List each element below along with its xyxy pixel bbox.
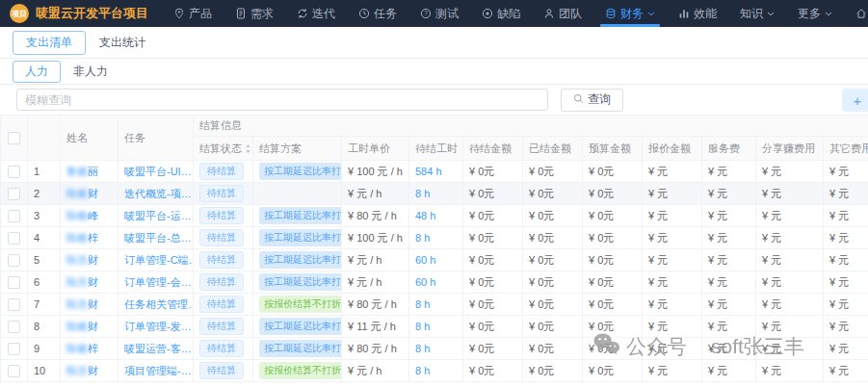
task-link[interactable]: 唛盟平台-UI… [124, 166, 192, 177]
table-row[interactable]: 7 陈浩财 任务相关管理… 待结算 按报价结算不打折 ¥ 80 元 / h 8 … [1, 294, 868, 316]
hours-link[interactable]: 8 h [415, 321, 430, 332]
status-badge: 待结算 [199, 185, 244, 202]
task-link[interactable]: 迭代概览-项… [124, 188, 192, 199]
nav-item-iteration[interactable]: 迭代 [285, 0, 347, 27]
hours-link[interactable]: 8 h [415, 232, 430, 244]
chevron-down-icon [647, 12, 655, 16]
table-row[interactable]: 1 鲁晓丽 唛盟平台-UI… 待结算 按工期延迟比率打折 ¥ 100 元 / h… [1, 161, 868, 183]
table-row[interactable]: 4 陈晓梓 唛盟平台-总… 待结算 按工期延迟比率打折 ¥ 100 元 / h … [1, 227, 868, 249]
task-link[interactable]: 订单管理-会… [124, 276, 192, 288]
table-row[interactable]: 6 陈浩财 订单管理-会… 待结算 按工期延迟比率打折 ¥ 元 / h 60 h… [1, 271, 868, 294]
project-title: 唛盟云开发平台项目 [36, 5, 148, 22]
service-fee-cell: ¥ 元 [702, 294, 756, 316]
row-checkbox[interactable] [8, 210, 20, 222]
nav-item-knowledge[interactable]: 知识 [728, 0, 786, 27]
service-fee-cell: ¥ 元 [702, 316, 756, 338]
nav-item-requirements[interactable]: 需求 [224, 0, 285, 27]
other-fee-cell: ¥ 元 [824, 294, 868, 316]
hours-link[interactable]: 8 h [415, 188, 430, 199]
nav-item-performance[interactable]: 效能 [667, 0, 728, 27]
hours-link[interactable]: 48 h [415, 210, 435, 221]
name-link[interactable]: 陈浩财 [66, 365, 98, 376]
settlement-info-group-header: 结算信息 [194, 116, 868, 137]
task-cell: 唛盟平台-总… [118, 227, 194, 249]
document-icon [235, 8, 247, 19]
nav-item-team[interactable]: 团队 [532, 0, 593, 27]
nav-item-defect[interactable]: 缺陷 [470, 0, 532, 27]
hours-cell: 8 h [409, 316, 463, 338]
hours-link[interactable]: 8 h [415, 365, 430, 376]
tab-expense-list[interactable]: 支出清单 [13, 31, 86, 55]
add-button[interactable]: + [842, 89, 868, 112]
nav-item-finance[interactable]: 财务 [593, 0, 667, 27]
task-link[interactable]: 唛盟平台-运… [124, 210, 192, 221]
name-link[interactable]: 鲁晓丽 [66, 166, 98, 177]
table-row[interactable]: 5 陈浩财 订单管理-C端… 待结算 按工期延迟比率打折 ¥ 元 / h 60 … [1, 249, 868, 271]
chevron-down-icon [825, 12, 832, 16]
price-cell: ¥ 11 元 / h [342, 316, 409, 338]
name-link[interactable]: 陈晓财 [66, 188, 98, 199]
table-row[interactable]: 3 陈晓峰 唛盟平台-运… 待结算 按工期延迟比率打折 ¥ 80 元 / h 4… [1, 205, 868, 227]
task-link[interactable]: 唛盟运营-客… [124, 343, 192, 354]
hours-link[interactable]: 8 h [415, 298, 430, 310]
task-link[interactable]: 订单管理-发… [124, 321, 192, 332]
checkbox-cell [1, 271, 28, 294]
task-link[interactable]: 唛盟平台-总… [124, 232, 192, 244]
select-all-checkbox[interactable] [8, 132, 20, 144]
table-row[interactable]: 2 陈晓财 迭代概览-项… 待结算 ¥ 元 / h 8 h ¥ 0元 ¥ 0元 … [1, 183, 868, 205]
tab-manpower[interactable]: 人力 [13, 61, 61, 83]
hours-link[interactable]: 60 h [415, 276, 435, 288]
plan-cell [253, 183, 342, 205]
hours-link[interactable]: 60 h [415, 254, 435, 266]
sort-icon[interactable] [245, 143, 251, 156]
name-link[interactable]: 陈晓峰 [66, 210, 98, 221]
name-link[interactable]: 陈晓财 [66, 321, 98, 332]
table-body: 1 鲁晓丽 唛盟平台-UI… 待结算 按工期延迟比率打折 ¥ 100 元 / h… [1, 161, 868, 382]
resource-tabs: 人力 非人力 [0, 59, 868, 85]
database-icon [605, 8, 617, 19]
row-checkbox[interactable] [8, 343, 20, 355]
nav-item-task[interactable]: 任务 [347, 0, 408, 27]
table-row[interactable]: 8 陈晓财 订单管理-发… 待结算 按工期延迟比率打折 ¥ 11 元 / h 8… [1, 316, 868, 338]
status-badge: 待结算 [199, 163, 244, 180]
row-checkbox[interactable] [8, 298, 20, 311]
hours-link[interactable]: 8 h [415, 343, 430, 354]
other-fee-cell: ¥ 元 [824, 205, 868, 227]
name-link[interactable]: 陈晓梓 [66, 343, 98, 354]
tab-non-manpower[interactable]: 非人力 [61, 61, 120, 83]
table-row[interactable]: 10 陈浩财 项目管理端-… 待结算 按报价结算不打折 ¥ 元 / h 8 h … [1, 360, 868, 382]
share-fee-cell: ¥ 元 [756, 227, 824, 249]
name-link[interactable]: 陈浩财 [66, 276, 98, 288]
nav-item-product[interactable]: 产品 [162, 0, 224, 27]
task-link[interactable]: 项目管理端-… [124, 365, 192, 376]
settled-amount-header: 已结金额 [523, 137, 583, 161]
nav-item-test[interactable]: ? 测试 [408, 0, 470, 27]
row-checkbox[interactable] [8, 166, 20, 178]
table-row[interactable]: 9 陈晓梓 唛盟运营-客… 待结算 按工期延迟比率打折 ¥ 80 元 / h 8… [1, 338, 868, 360]
search-input[interactable] [16, 89, 548, 111]
row-checkbox[interactable] [8, 188, 20, 200]
task-link[interactable]: 订单管理-C端… [124, 254, 194, 266]
row-checkbox[interactable] [8, 232, 20, 245]
settled-amount-cell: ¥ 0元 [523, 205, 583, 227]
tab-expense-stats[interactable]: 支出统计 [86, 31, 159, 55]
row-number-cell: 5 [28, 249, 61, 271]
row-checkbox[interactable] [8, 254, 20, 267]
name-link[interactable]: 陈晓梓 [66, 232, 98, 244]
service-fee-cell: ¥ 元 [702, 338, 756, 360]
share-fee-cell: ¥ 元 [756, 316, 824, 338]
row-checkbox[interactable] [8, 321, 20, 333]
plan-badge: 按工期延迟比率打折 [259, 273, 342, 291]
hours-link[interactable]: 584 h [415, 166, 442, 177]
share-fee-cell: ¥ 元 [756, 249, 824, 271]
service-fee-cell: ¥ 元 [702, 161, 756, 183]
name-link[interactable]: 陈浩财 [66, 254, 98, 266]
budget-amount-cell: ¥ 0元 [583, 360, 643, 382]
task-link[interactable]: 任务相关管理… [124, 298, 194, 310]
nav-item-more[interactable]: 更多 [786, 0, 844, 27]
row-checkbox[interactable] [8, 365, 20, 377]
row-checkbox[interactable] [8, 276, 20, 289]
query-button[interactable]: 查询 [561, 89, 623, 112]
nav-item-home[interactable]: 首页 [844, 0, 868, 27]
name-link[interactable]: 陈浩财 [66, 298, 98, 310]
